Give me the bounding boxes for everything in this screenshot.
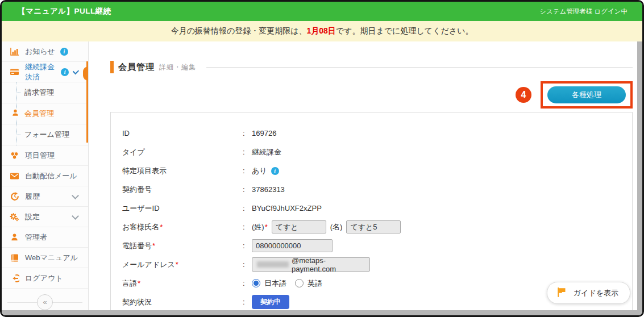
field-value: 継続課金 bbox=[252, 147, 281, 157]
sidebar-item-billing-management[interactable]: 請求管理 bbox=[2, 82, 88, 103]
sidebar-item-label: 自動配信メール bbox=[25, 171, 77, 181]
radio-label: 日本語 bbox=[264, 278, 286, 289]
various-actions-button[interactable]: 各種処理 bbox=[547, 86, 626, 103]
notice-deadline: 1月08日 bbox=[307, 26, 336, 36]
separator: : bbox=[243, 223, 252, 231]
field-label: メールアドレス* bbox=[122, 260, 243, 270]
radio-english[interactable] bbox=[295, 279, 304, 287]
field-value: 契約中 bbox=[252, 295, 289, 309]
separator: : bbox=[243, 204, 252, 212]
field-value: 37862313 bbox=[252, 185, 285, 194]
form-row-user-id: ユーザーID : BYuCf9JhUXF2xZPP bbox=[122, 199, 632, 218]
annotation-step-badge: 4 bbox=[516, 87, 531, 103]
sidebar-item-label: 項目管理 bbox=[25, 151, 55, 161]
show-guide-button[interactable]: ガイドを表示 bbox=[547, 282, 630, 304]
sidebar-active-bump bbox=[83, 66, 88, 81]
tree-dash bbox=[16, 135, 21, 135]
sidebar-item-item-management[interactable]: 項目管理 bbox=[2, 145, 88, 166]
items-icon bbox=[9, 151, 20, 160]
sidebar-subgroup: 請求管理 会員管理 フォーム管理 bbox=[2, 82, 88, 145]
radio-japanese[interactable] bbox=[252, 279, 260, 287]
horizontal-scrollbar[interactable] bbox=[2, 310, 642, 315]
sidebar-item-settings[interactable]: 設定 bbox=[2, 207, 88, 227]
tree-dash bbox=[16, 93, 21, 93]
mail-icon bbox=[9, 171, 20, 181]
field-value: BYuCf9JhUXF2xZPP bbox=[252, 204, 322, 212]
person-icon bbox=[11, 109, 19, 119]
guide-button-label: ガイドを表示 bbox=[574, 288, 618, 298]
form-row-customer-name: お客様氏名* : (姓)* (名) bbox=[122, 218, 632, 236]
login-status: システム管理者様 ログイン中 bbox=[539, 7, 628, 16]
sidebar-item-label: 管理者 bbox=[25, 232, 47, 243]
sidebar-item-news[interactable]: お知らせ i bbox=[2, 41, 88, 62]
sidebar-item-form-management[interactable]: フォーム管理 bbox=[2, 124, 88, 145]
sidebar-item-label: 会員管理 bbox=[24, 109, 54, 119]
sidebar-item-label: フォーム管理 bbox=[24, 130, 69, 140]
form-row-phone: 電話番号* : bbox=[122, 236, 632, 255]
notice-bar: 今月の振替情報の登録・変更期限は、1月08日です。期日までに処理してください。 bbox=[2, 21, 642, 41]
field-value: @metaps-payment.com bbox=[252, 257, 370, 272]
separator: : bbox=[243, 129, 252, 137]
form-row-id: ID : 169726 bbox=[122, 124, 632, 143]
form-row-email: メールアドレス* : @metaps-payment.com bbox=[122, 255, 632, 274]
sidebar-item-label: お知らせ bbox=[25, 47, 55, 57]
sidebar-item-web-manual[interactable]: Webマニュアル bbox=[2, 248, 88, 268]
field-value: 169726 bbox=[252, 129, 276, 137]
last-name-input[interactable] bbox=[272, 220, 326, 233]
page-subtitle: 詳細・編集 bbox=[159, 62, 196, 72]
chevron-down-icon bbox=[73, 68, 79, 74]
credit-card-icon bbox=[9, 67, 20, 77]
sidebar-item-logout[interactable]: ログアウト bbox=[2, 268, 88, 289]
form-row-type: タイプ : 継続課金 bbox=[122, 143, 632, 161]
field-label: 契約状況 bbox=[122, 297, 243, 307]
sidebar-item-label: 履歴 bbox=[25, 191, 40, 202]
title-accent-bar bbox=[110, 61, 114, 73]
gear-icon bbox=[9, 212, 20, 222]
person-icon bbox=[9, 232, 20, 242]
sidebar-item-history[interactable]: 履歴 bbox=[2, 186, 88, 207]
first-name-input[interactable] bbox=[346, 220, 401, 233]
body: お知らせ i 継続課金決済 i 請求管理 bbox=[2, 41, 637, 315]
title-rule bbox=[206, 67, 633, 68]
field-value: 日本語 英語 bbox=[252, 278, 327, 289]
action-area: 4 各種処理 bbox=[110, 81, 633, 111]
vertical-scrollbar[interactable] bbox=[637, 41, 642, 311]
sidebar-item-admin[interactable]: 管理者 bbox=[2, 227, 88, 248]
app-title: 【マニュアル】PULL継続 bbox=[18, 6, 111, 16]
sidebar-item-label: 継続課金決済 bbox=[25, 62, 56, 82]
book-icon bbox=[9, 253, 20, 262]
sidebar-collapse-button[interactable]: « bbox=[37, 294, 53, 310]
info-icon[interactable]: i bbox=[271, 167, 279, 175]
logout-icon bbox=[9, 273, 20, 283]
field-value bbox=[252, 239, 333, 252]
required-mark: * bbox=[265, 223, 268, 231]
email-input[interactable]: @metaps-payment.com bbox=[252, 257, 370, 272]
page-title: 会員管理 bbox=[118, 62, 155, 73]
annotation-highlight-box: 各種処理 bbox=[541, 81, 633, 109]
redacted-email-local-part bbox=[257, 261, 289, 268]
sidebar-item-auto-mail[interactable]: 自動配信メール bbox=[2, 166, 88, 186]
app-window: 【マニュアル】PULL継続 システム管理者様 ログイン中 今月の振替情報の登録・… bbox=[0, 0, 644, 317]
field-label: ID bbox=[122, 129, 243, 137]
phone-input[interactable] bbox=[252, 239, 333, 252]
field-label: 特定項目表示 bbox=[122, 166, 243, 176]
form-row-contract-number: 契約番号 : 37862313 bbox=[122, 180, 632, 199]
separator: : bbox=[243, 279, 252, 287]
separator: : bbox=[243, 166, 252, 175]
last-name-label: (姓)* bbox=[252, 222, 268, 232]
sidebar: お知らせ i 継続課金決済 i 請求管理 bbox=[2, 41, 89, 315]
notice-text-suffix: です。期日までに処理してください。 bbox=[336, 26, 473, 36]
separator: : bbox=[243, 185, 252, 194]
info-icon[interactable]: i bbox=[60, 48, 68, 56]
main-content: 会員管理 詳細・編集 4 各種処理 ID : 169726 タイプ : bbox=[89, 41, 637, 315]
field-label: 契約番号 bbox=[122, 185, 243, 195]
app-header: 【マニュアル】PULL継続 システム管理者様 ログイン中 bbox=[2, 2, 642, 21]
sidebar-item-label: Webマニュアル bbox=[25, 253, 78, 263]
chevron-down-icon bbox=[72, 192, 79, 199]
field-value-text: あり bbox=[252, 166, 267, 176]
sidebar-item-recurring-billing[interactable]: 継続課金決済 i bbox=[2, 62, 88, 82]
separator: : bbox=[243, 260, 252, 269]
sidebar-item-member-management[interactable]: 会員管理 bbox=[2, 103, 88, 124]
info-icon[interactable]: i bbox=[61, 68, 69, 76]
sidebar-item-label: 設定 bbox=[25, 212, 40, 222]
